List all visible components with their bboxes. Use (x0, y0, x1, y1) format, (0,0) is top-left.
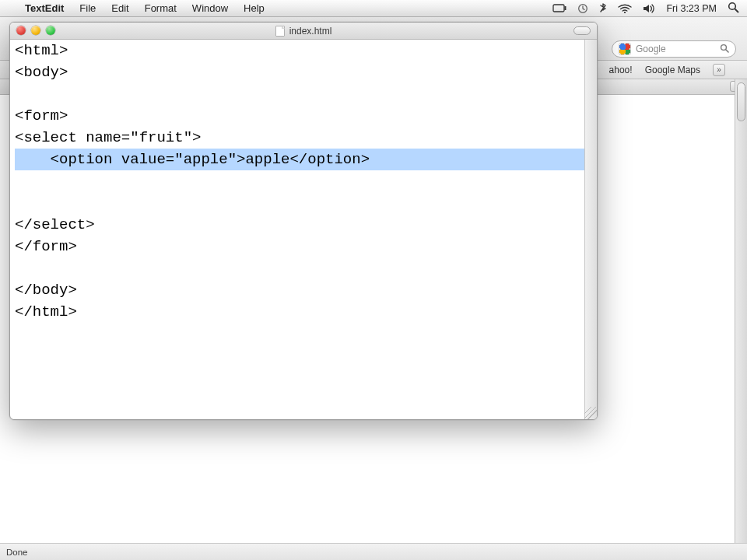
editor-line[interactable]: <body> (15, 61, 584, 83)
wifi-menu-icon[interactable] (618, 4, 632, 13)
google-icon (619, 43, 631, 55)
editor-line-selected[interactable]: <option value="apple">apple</option> (15, 149, 584, 170)
menu-clock[interactable]: Fri 3:23 PM (666, 3, 717, 14)
editor-line[interactable] (15, 83, 584, 105)
editor-line[interactable]: <html> (15, 40, 584, 61)
window-resize-grip[interactable] (584, 407, 597, 419)
bookmark-overflow-icon[interactable]: » (713, 64, 725, 76)
editor-line[interactable]: </body> (15, 279, 584, 301)
browser-scroll-thumb[interactable] (737, 82, 745, 121)
window-title: index.html (289, 26, 332, 37)
bookmark-google-maps[interactable]: Google Maps (645, 65, 700, 75)
window-minimize-button[interactable] (31, 26, 40, 35)
textedit-window: index.html <html><body> <form><select na… (9, 22, 598, 420)
status-text: Done (6, 548, 28, 557)
search-icon (720, 44, 729, 55)
volume-menu-icon[interactable] (643, 3, 655, 14)
browser-search-placeholder: Google (636, 44, 666, 54)
svg-point-6 (721, 44, 727, 50)
menu-help[interactable]: Help (236, 2, 272, 14)
app-menu[interactable]: TextEdit (17, 2, 72, 14)
bluetooth-menu-icon[interactable] (599, 2, 607, 15)
menu-edit[interactable]: Edit (103, 2, 136, 14)
menu-file[interactable]: File (72, 2, 103, 14)
spotlight-icon[interactable] (728, 2, 739, 16)
menu-bar: TextEdit File Edit Format Window Help Fr… (0, 0, 747, 17)
svg-point-3 (624, 11, 626, 12)
svg-rect-0 (553, 5, 564, 12)
svg-line-5 (735, 9, 738, 12)
editor-line[interactable]: <form> (15, 105, 584, 127)
editor-line[interactable]: </html> (15, 301, 584, 323)
window-zoom-button[interactable] (46, 26, 55, 35)
display-menu-icon[interactable] (552, 4, 566, 13)
editor-line[interactable]: </select> (15, 214, 584, 236)
editor-line[interactable]: <select name="fruit"> (15, 127, 584, 149)
window-titlebar[interactable]: index.html (10, 23, 597, 40)
editor-vertical-scrollbar[interactable] (584, 40, 597, 419)
document-icon (275, 26, 285, 37)
editor-line[interactable] (15, 257, 584, 279)
svg-rect-1 (565, 6, 566, 10)
text-editor-area[interactable]: <html><body> <form><select name="fruit">… (15, 40, 584, 418)
time-machine-menu-icon[interactable] (577, 3, 588, 14)
menu-format[interactable]: Format (137, 2, 184, 14)
svg-line-7 (726, 50, 728, 52)
menu-window[interactable]: Window (184, 2, 236, 14)
editor-line[interactable] (15, 170, 584, 192)
toolbar-toggle-button[interactable] (573, 26, 591, 35)
browser-vertical-scrollbar[interactable] (735, 79, 747, 543)
editor-line[interactable] (15, 192, 584, 214)
bookmark-yahoo[interactable]: ahoo! (609, 65, 633, 75)
editor-line[interactable]: </form> (15, 236, 584, 257)
window-close-button[interactable] (16, 26, 26, 35)
browser-status-bar: Done (0, 543, 747, 560)
browser-search-field[interactable]: Google (612, 40, 736, 58)
